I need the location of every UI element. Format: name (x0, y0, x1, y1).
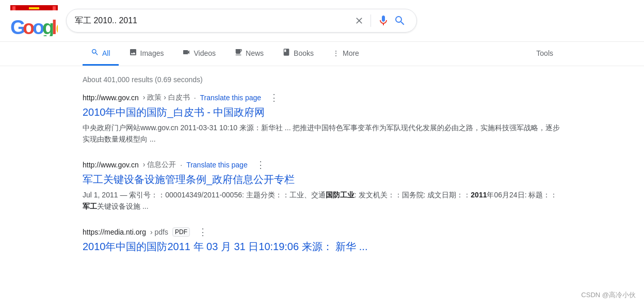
result-item: https://media.nti.org › pdfs PDF ⋮ 2010年… (83, 226, 561, 253)
tab-videos[interactable]: Videos (174, 42, 224, 66)
tab-images[interactable]: Images (121, 42, 172, 66)
more-tab-icon: ⋮ (332, 49, 340, 57)
result-url-line: http://www.gov.cn › 政策 › 白皮书 · Translate… (83, 92, 561, 103)
result-breadcrumb: › pdfs (150, 228, 168, 236)
pdf-badge: PDF (172, 227, 190, 237)
tab-videos-label: Videos (194, 49, 216, 57)
result-item: http://www.gov.cn › 信息公开 · Translate thi… (83, 159, 561, 212)
result-menu-button[interactable]: ⋮ (196, 226, 210, 238)
images-tab-icon (129, 48, 137, 58)
translate-link[interactable]: Translate this page (186, 161, 248, 169)
tab-books-label: Books (294, 49, 314, 57)
svg-rect-7 (37, 7, 39, 9)
tab-images-label: Images (140, 49, 164, 57)
svg-text:e: e (56, 17, 58, 36)
result-breadcrumb: › 政策 › 白皮书 (143, 93, 190, 102)
tab-all-label: All (102, 49, 110, 57)
result-title[interactable]: 2010年中国的国防2011 年 03 月 31 日10:19:06 来源： 新… (83, 240, 561, 253)
url-separator: · (194, 94, 196, 102)
nav-tabs: All Images Videos News Books (0, 42, 644, 66)
search-bar[interactable] (66, 9, 417, 33)
tools-button[interactable]: Tools (528, 43, 561, 65)
result-menu-button[interactable]: ⋮ (254, 159, 267, 171)
svg-rect-5 (33, 7, 35, 9)
result-url: http://www.gov.cn (83, 94, 139, 102)
books-tab-icon (282, 48, 291, 58)
tab-more[interactable]: ⋮ More (324, 43, 367, 65)
svg-rect-6 (35, 7, 37, 9)
result-breadcrumb: › 信息公开 (143, 160, 176, 170)
search-submit-button[interactable] (392, 12, 408, 29)
search-bar-divider (371, 14, 371, 27)
result-snippet: 中央政府门户网站www.gov.cn 2011-03-31 10:10 来源：新… (83, 122, 561, 145)
clear-search-button[interactable] (352, 13, 366, 28)
result-url-line: https://media.nti.org › pdfs PDF ⋮ (83, 226, 561, 238)
result-url: http://www.gov.cn (83, 161, 139, 169)
search-input[interactable] (75, 16, 352, 25)
svg-rect-1 (12, 6, 15, 10)
voice-search-button[interactable] (375, 12, 392, 29)
svg-rect-4 (31, 7, 33, 9)
result-menu-button[interactable]: ⋮ (267, 92, 281, 103)
result-title[interactable]: 2010年中国的国防_白皮书 - 中国政府网 (83, 105, 561, 119)
result-url: https://media.nti.org (83, 228, 146, 236)
svg-rect-2 (53, 6, 56, 10)
header: G o o g l e (0, 0, 644, 42)
results-count: About 401,000 results (0.69 seconds) (83, 75, 561, 84)
result-title[interactable]: 军工关键设备设施管理条例_政府信息公开专栏 (83, 173, 561, 186)
tab-news[interactable]: News (226, 42, 272, 66)
result-url-line: http://www.gov.cn › 信息公开 · Translate thi… (83, 159, 561, 171)
news-tab-icon (234, 48, 243, 58)
tab-more-label: More (343, 49, 359, 57)
tab-all[interactable]: All (83, 42, 119, 66)
search-tab-icon (91, 48, 99, 58)
result-item: http://www.gov.cn › 政策 › 白皮书 · Translate… (83, 92, 561, 145)
videos-tab-icon (182, 48, 190, 58)
translate-link[interactable]: Translate this page (200, 94, 262, 102)
url-separator: · (180, 161, 182, 169)
tab-news-label: News (246, 49, 264, 57)
result-snippet: Jul 1, 2011 — 索引号：：000014349/2011-00056:… (83, 189, 561, 212)
svg-rect-3 (29, 7, 31, 9)
google-logo[interactable]: G o o g l e (10, 5, 58, 36)
results-area: About 401,000 results (0.69 seconds) htt… (0, 66, 644, 273)
tab-books[interactable]: Books (274, 42, 322, 66)
